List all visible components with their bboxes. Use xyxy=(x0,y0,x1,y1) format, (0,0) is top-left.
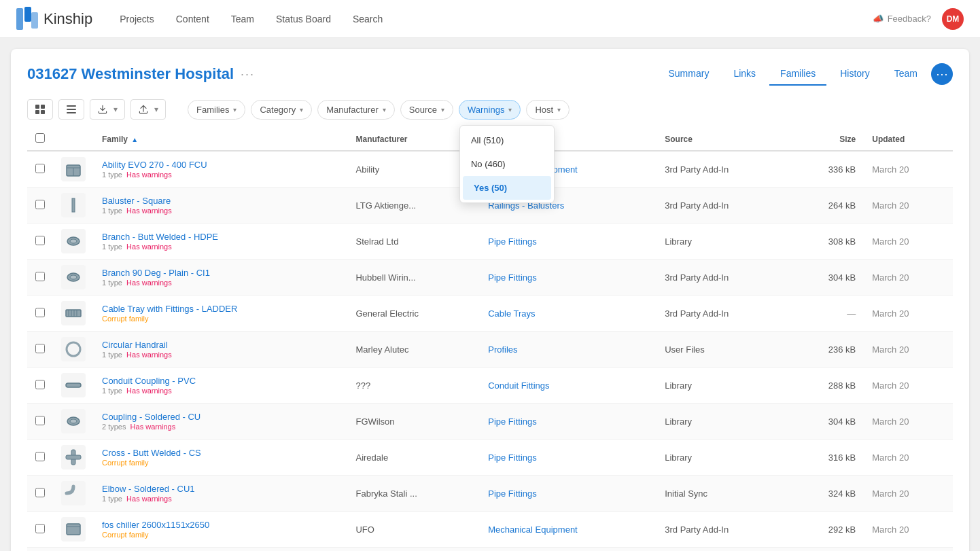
page-content: 031627 Westminster Hospital ··· Summary … xyxy=(11,49,969,551)
category-value[interactable]: Mechanical Equipment xyxy=(488,525,578,535)
row-source-cell: 3rd Party Add-In xyxy=(657,548,790,552)
filter-category[interactable]: Category ▾ xyxy=(251,100,312,120)
source-value: 3rd Party Add-In xyxy=(665,164,729,175)
category-value[interactable]: Pipe Fittings xyxy=(488,488,537,499)
row-thumb-cell xyxy=(53,404,94,440)
col-size[interactable]: Size xyxy=(790,128,864,151)
source-value: 3rd Party Add-In xyxy=(665,200,729,211)
row-checkbox[interactable] xyxy=(35,200,45,209)
row-checkbox[interactable] xyxy=(35,380,45,389)
warnings-option-no[interactable]: No (460) xyxy=(460,152,554,176)
row-checkbox-cell xyxy=(27,476,53,512)
filter-source-label: Source xyxy=(409,105,437,115)
table-row: fos chiller 2600x1151x2650 Corrupt famil… xyxy=(27,512,953,548)
filter-manufacturer[interactable]: Manufacturer ▾ xyxy=(317,100,395,120)
family-name[interactable]: Baluster - Square xyxy=(102,196,339,206)
warnings-option-yes[interactable]: Yes (50) xyxy=(463,176,551,200)
tab-families[interactable]: Families xyxy=(769,63,826,86)
tab-more-button[interactable]: ⋯ xyxy=(931,63,953,85)
nav-team[interactable]: Team xyxy=(231,14,254,24)
table-row: Conduit Coupling - PVC 1 type Has warnin… xyxy=(27,368,953,404)
row-checkbox[interactable] xyxy=(35,164,45,173)
download-icon xyxy=(97,104,108,115)
row-size-cell: 304 kB xyxy=(790,260,864,296)
family-name[interactable]: Circular Handrail xyxy=(102,340,339,350)
logo-text: Kinship xyxy=(43,10,92,28)
row-size-cell: 288 kB xyxy=(790,368,864,404)
project-more-options[interactable]: ··· xyxy=(241,67,255,82)
grid-view-button[interactable] xyxy=(27,99,53,120)
download-button[interactable]: ▾ xyxy=(90,99,125,120)
category-value[interactable]: Pipe Fittings xyxy=(488,416,537,427)
col-family[interactable]: Family ▲ xyxy=(94,128,347,151)
category-value[interactable]: Conduit Fittings xyxy=(488,380,549,391)
category-value[interactable]: Pipe Fittings xyxy=(488,272,537,283)
corrupt-badge: Corrupt family xyxy=(102,459,148,467)
category-value[interactable]: Cable Trays xyxy=(488,308,535,319)
row-checkbox[interactable] xyxy=(35,452,45,461)
tab-history[interactable]: History xyxy=(829,63,881,86)
family-name[interactable]: Branch - Butt Welded - HDPE xyxy=(102,232,339,242)
family-name[interactable]: Cross - Butt Welded - CS xyxy=(102,448,339,458)
row-updated-cell: March 20 xyxy=(864,512,953,548)
svg-point-21 xyxy=(67,342,80,356)
updated-value: March 20 xyxy=(872,380,909,391)
family-name[interactable]: Elbow - Soldered - CU1 xyxy=(102,484,339,494)
family-name[interactable]: Branch 90 Deg - Plain - CI1 xyxy=(102,268,339,278)
source-value: Library xyxy=(665,452,692,463)
row-thumb-cell xyxy=(53,368,94,404)
filter-families[interactable]: Families ▾ xyxy=(188,100,245,120)
row-source-cell: Library xyxy=(657,404,790,440)
family-name[interactable]: Ability EVO 270 - 400 FCU xyxy=(102,160,339,170)
row-category-cell: Mechanical Equipment xyxy=(480,548,657,552)
logo[interactable]: Kinship xyxy=(16,7,92,31)
category-value[interactable]: Profiles xyxy=(488,344,517,355)
source-value: Initial Sync xyxy=(665,488,707,499)
nav-search[interactable]: Search xyxy=(353,14,383,24)
row-checkbox[interactable] xyxy=(35,236,45,245)
nav-content[interactable]: Content xyxy=(176,14,209,24)
list-view-button[interactable] xyxy=(58,99,84,120)
user-avatar[interactable]: DM xyxy=(942,8,964,30)
row-checkbox[interactable] xyxy=(35,272,45,281)
share-button[interactable]: ▾ xyxy=(130,99,166,120)
row-checkbox[interactable] xyxy=(35,488,45,497)
row-manufacturer-cell: UFO xyxy=(347,512,480,548)
project-header: 031627 Westminster Hospital ··· Summary … xyxy=(27,63,953,86)
tab-links[interactable]: Links xyxy=(722,63,767,86)
tab-summary[interactable]: Summary xyxy=(657,63,720,86)
family-meta: 1 type Has warnings xyxy=(102,207,339,215)
table-row: Coupling - Soldered - CU 2 types Has war… xyxy=(27,404,953,440)
svg-rect-2 xyxy=(31,12,38,29)
svg-rect-7 xyxy=(67,105,76,107)
size-value: 324 kB xyxy=(828,488,856,499)
family-name[interactable]: Conduit Coupling - PVC xyxy=(102,376,339,386)
megaphone-icon: 📣 xyxy=(873,14,883,24)
category-value[interactable]: Pipe Fittings xyxy=(488,452,537,463)
filter-warnings[interactable]: Warnings ▾ All (510) No (460) Yes (50) xyxy=(459,100,521,120)
select-all-col[interactable] xyxy=(27,128,53,151)
select-all-checkbox[interactable] xyxy=(35,133,45,143)
row-checkbox[interactable] xyxy=(35,308,45,317)
row-family-cell: Elbow - Soldered - CU1 1 type Has warnin… xyxy=(94,476,347,512)
col-updated[interactable]: Updated xyxy=(864,128,953,151)
warnings-option-all[interactable]: All (510) xyxy=(460,128,554,152)
filter-source[interactable]: Source ▾ xyxy=(400,100,453,120)
family-name[interactable]: fos chiller 2600x1151x2650 xyxy=(102,520,339,530)
nav-status-board[interactable]: Status Board xyxy=(276,14,331,24)
table-row: Cable Tray with Fittings - LADDER Corrup… xyxy=(27,296,953,332)
row-checkbox[interactable] xyxy=(35,416,45,425)
col-source[interactable]: Source xyxy=(657,128,790,151)
nav-projects[interactable]: Projects xyxy=(120,14,154,24)
family-name[interactable]: Cable Tray with Fittings - LADDER xyxy=(102,304,339,314)
tab-team[interactable]: Team xyxy=(883,63,928,86)
svg-rect-1 xyxy=(24,7,31,22)
family-name[interactable]: Coupling - Soldered - CU xyxy=(102,412,339,422)
row-checkbox[interactable] xyxy=(35,524,45,533)
filter-host[interactable]: Host ▾ xyxy=(526,100,570,120)
row-family-cell: Coupling - Soldered - CU 2 types Has war… xyxy=(94,404,347,440)
row-category-cell: Profiles xyxy=(480,332,657,368)
category-value[interactable]: Pipe Fittings xyxy=(488,236,537,247)
row-checkbox[interactable] xyxy=(35,344,45,353)
feedback-button[interactable]: 📣 Feedback? xyxy=(873,14,931,24)
